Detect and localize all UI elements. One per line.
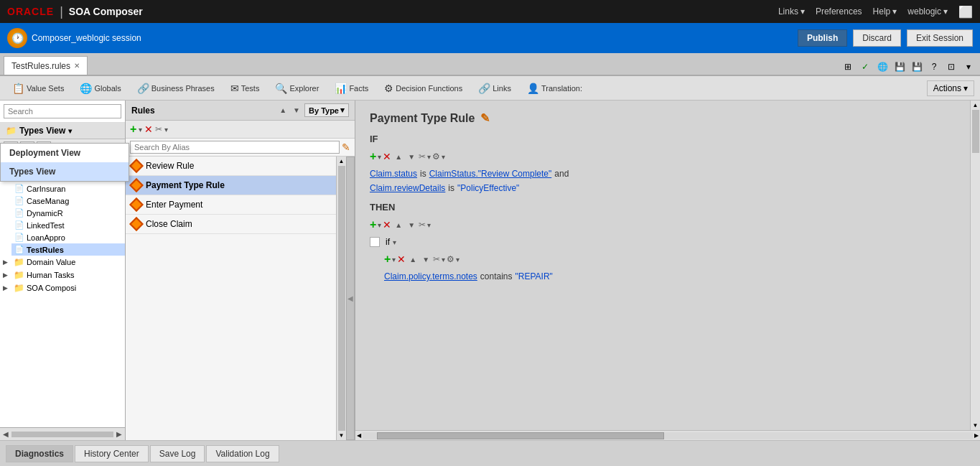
exit-session-button[interactable]: Exit Session <box>907 29 973 47</box>
then-down-btn[interactable]: ▼ <box>406 220 417 230</box>
inner-scissors-dropdown[interactable]: ▾ <box>442 256 445 264</box>
h-scroll-thumb[interactable] <box>377 432 664 439</box>
then-if-dropdown[interactable]: ▾ <box>393 238 396 246</box>
user-menu[interactable]: weblogic ▾ <box>907 6 948 17</box>
center-scroll-thumb[interactable] <box>338 166 345 431</box>
if-down-btn[interactable]: ▼ <box>406 152 417 162</box>
add-rule-btn[interactable]: + <box>130 123 136 136</box>
inner-gear-btn[interactable]: ⚙ <box>447 254 454 264</box>
expand-icon[interactable]: ⊡ <box>943 59 959 75</box>
tree-domain-value[interactable]: ▶ 📁 Domain Value <box>0 256 125 269</box>
then-field[interactable]: Claim.policy.terms.notes <box>384 271 477 281</box>
tree-loanappro[interactable]: 📄 LoanAppro <box>11 231 125 243</box>
sidebar-scroll-left[interactable]: ◀ <box>3 430 9 438</box>
then-add-dropdown[interactable]: ▾ <box>378 221 381 229</box>
help-menu[interactable]: Help ▾ <box>873 6 897 17</box>
tab-close-icon[interactable]: ✕ <box>74 62 80 70</box>
sidebar-scroll-right[interactable]: ▶ <box>116 430 122 438</box>
then-if-checkbox[interactable] <box>370 237 380 247</box>
scissors-dropdown[interactable]: ▾ <box>164 126 168 134</box>
tree-soa-composi[interactable]: ▶ 📁 SOA Composi <box>0 281 125 294</box>
preferences-menu[interactable]: Preferences <box>816 6 862 17</box>
rule-payment-type-rule[interactable]: Payment Type Rule <box>126 176 336 195</box>
translation-btn[interactable]: 👤 Translation: <box>521 80 589 97</box>
if-add-dropdown[interactable]: ▾ <box>378 153 381 161</box>
globals-btn[interactable]: 🌐 Globals <box>73 80 127 97</box>
cond1-field[interactable]: Claim.status <box>370 169 417 179</box>
right-scroll-down[interactable]: ▼ <box>973 422 979 429</box>
inner-add-dropdown[interactable]: ▾ <box>392 256 396 264</box>
tree-dynamicr[interactable]: 📄 DynamicR <box>11 207 125 219</box>
inner-up-btn[interactable]: ▲ <box>407 255 419 264</box>
inner-gear-dropdown[interactable]: ▾ <box>456 256 459 264</box>
if-gear-btn[interactable]: ⚙ <box>432 152 440 162</box>
if-up-btn[interactable]: ▲ <box>393 152 404 162</box>
if-scissors-btn[interactable]: ✂ <box>419 152 426 162</box>
rules-search-input[interactable] <box>130 141 340 154</box>
delete-rule-btn[interactable]: ✕ <box>144 124 153 135</box>
right-scroll-thumb[interactable] <box>972 110 979 153</box>
types-view-dropdown-arrow[interactable]: ▾ <box>68 127 72 135</box>
search-edit-icon[interactable]: ✎ <box>342 141 350 153</box>
types-view-header[interactable]: 📁 Types View ▾ Deployment View Types Vie… <box>0 123 125 139</box>
scissors-btn[interactable]: ✂ <box>155 124 162 134</box>
if-delete-btn[interactable]: ✕ <box>383 151 391 162</box>
rule-review-rule[interactable]: Review Rule <box>126 157 336 176</box>
tree-human-tasks[interactable]: ▶ 📁 Human Tasks <box>0 269 125 281</box>
links-btn[interactable]: 🔗 Links <box>472 80 518 97</box>
tree-casemanag[interactable]: 📄 CaseManag <box>11 195 125 207</box>
tree-linkedtest[interactable]: 📄 LinkedTest <box>11 219 125 231</box>
tab-testrules[interactable]: TestRules.rules ✕ <box>4 56 88 75</box>
then-add-btn[interactable]: + <box>370 218 376 231</box>
globe-icon[interactable]: 🌐 <box>874 59 890 75</box>
dropdown-deployment-view[interactable]: Deployment View <box>1 144 129 162</box>
rule-close-claim[interactable]: Close Claim <box>126 215 336 234</box>
save2-icon[interactable]: 💾 <box>909 59 925 75</box>
links-menu[interactable]: Links ▾ <box>778 6 805 17</box>
check-icon[interactable]: ✓ <box>857 59 873 75</box>
then-delete-btn[interactable]: ✕ <box>383 219 391 230</box>
add-rule-dropdown[interactable]: ▾ <box>139 126 142 134</box>
h-scroll-left[interactable]: ◀ <box>355 432 363 439</box>
then-scissors-btn[interactable]: ✂ <box>419 220 426 230</box>
cond2-field[interactable]: Claim.reviewDetails <box>370 183 445 193</box>
then-scissors-dropdown[interactable]: ▾ <box>427 221 431 229</box>
help-icon[interactable]: ? <box>926 59 942 75</box>
inner-delete-btn[interactable]: ✕ <box>397 253 406 265</box>
by-type-button[interactable]: By Type ▾ <box>304 103 349 117</box>
grid-icon[interactable]: ⊞ <box>840 59 856 75</box>
value-sets-btn[interactable]: 📋 Value Sets <box>6 80 70 97</box>
if-add-btn[interactable]: + <box>370 150 376 163</box>
actions-button[interactable]: Actions ▾ <box>927 80 974 96</box>
right-scroll-up[interactable]: ▲ <box>973 102 979 108</box>
h-scroll-right[interactable]: ▶ <box>973 432 980 439</box>
tests-btn[interactable]: ✉ Tests <box>224 80 266 97</box>
panel-resize-handle[interactable]: ◀ <box>346 157 355 440</box>
dropdown-types-view[interactable]: Types View <box>1 162 129 181</box>
rule-enter-payment[interactable]: Enter Payment <box>126 195 336 215</box>
center-scroll-down[interactable]: ▼ <box>339 432 345 439</box>
cond1-value[interactable]: ClaimStatus."Review Complete" <box>429 169 552 179</box>
if-scissors-dropdown[interactable]: ▾ <box>427 153 431 161</box>
if-gear-dropdown[interactable]: ▾ <box>442 153 445 161</box>
then-up-btn[interactable]: ▲ <box>393 220 404 230</box>
tab-validation-log[interactable]: Validation Log <box>206 445 279 462</box>
sort-up-arrow[interactable]: ▲ <box>277 106 289 115</box>
center-scroll-up[interactable]: ▲ <box>339 158 345 164</box>
publish-button[interactable]: Publish <box>798 29 847 47</box>
business-phrases-btn[interactable]: 🔗 Business Phrases <box>131 80 221 97</box>
decision-functions-btn[interactable]: ⚙ Decision Functions <box>378 80 469 97</box>
rule-edit-icon[interactable]: ✎ <box>480 111 490 125</box>
then-value[interactable]: "REPAIR" <box>515 271 553 281</box>
inner-down-btn[interactable]: ▼ <box>420 255 431 264</box>
inner-add-btn[interactable]: + <box>384 253 391 266</box>
tree-carinsurance[interactable]: 📄 CarInsuran <box>11 182 125 195</box>
sort-down-arrow[interactable]: ▼ <box>291 106 302 115</box>
tab-save-log[interactable]: Save Log <box>150 445 205 462</box>
explorer-btn[interactable]: 🔍 Explorer <box>269 80 325 97</box>
tree-testrules[interactable]: 📄 TestRules <box>11 243 125 256</box>
inner-scissors-btn[interactable]: ✂ <box>433 254 440 264</box>
save-icon[interactable]: 💾 <box>892 59 907 75</box>
cond2-value[interactable]: "PolicyEffective" <box>457 183 519 193</box>
search-input[interactable] <box>4 104 121 118</box>
